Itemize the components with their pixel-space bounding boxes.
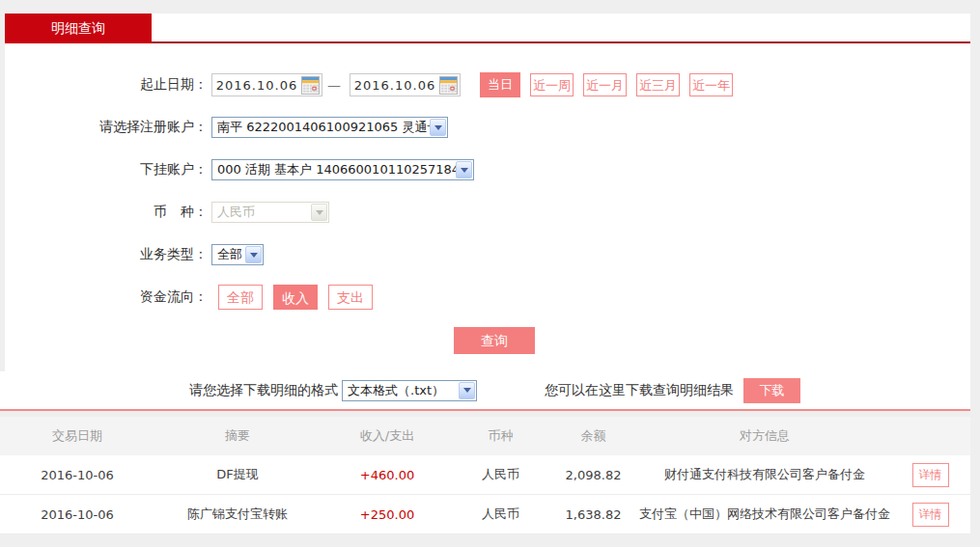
tab-detail-query-label: 明细查询 bbox=[51, 20, 105, 38]
header-summary: 摘要 bbox=[154, 427, 321, 445]
download-format-value: 文本格式（.txt） bbox=[348, 382, 444, 399]
calendar-icon[interactable] bbox=[301, 76, 320, 95]
register-account-value: 南平 6222001406100921065 灵通卡 bbox=[217, 119, 430, 136]
header-currency: 币种 bbox=[454, 427, 547, 445]
cell-actions: 详情 bbox=[890, 463, 970, 487]
chevron-down-icon[interactable] bbox=[456, 161, 472, 178]
fund-flow-label: 资金流向： bbox=[5, 288, 208, 306]
fund-flow-all-button[interactable]: 全部 bbox=[218, 285, 263, 310]
download-button[interactable]: 下载 bbox=[743, 378, 800, 403]
detail-button[interactable]: 详情 bbox=[912, 463, 949, 487]
table-row: 2016-10-06 陈广锦支付宝转账 +250.00 人民币 1,638.82… bbox=[0, 495, 970, 534]
cell-currency: 人民币 bbox=[454, 506, 547, 523]
table-header-row: 交易日期 摘要 收入/支出 币种 余额 对方信息 bbox=[0, 417, 970, 455]
chevron-down-icon[interactable] bbox=[430, 119, 446, 136]
cell-summary: 陈广锦支付宝转账 bbox=[154, 506, 321, 523]
calendar-icon[interactable] bbox=[439, 76, 458, 95]
date-range-label: 起止日期： bbox=[5, 76, 208, 94]
register-account-row: 请选择注册账户： 南平 6222001406100921065 灵通卡 bbox=[5, 115, 970, 140]
currency-select: 人民币 bbox=[211, 202, 329, 223]
cell-amount: +250.00 bbox=[321, 507, 454, 522]
header-balance: 余额 bbox=[547, 427, 639, 445]
cell-summary: DF提现 bbox=[154, 466, 321, 483]
tab-detail-query[interactable]: 明细查询 bbox=[5, 14, 152, 43]
fund-flow-row: 资金流向： 全部 收入 支出 bbox=[5, 285, 970, 310]
date-to-input[interactable]: 2016.10.06 bbox=[350, 73, 461, 96]
business-type-value: 全部 bbox=[217, 246, 242, 263]
cell-actions: 详情 bbox=[890, 503, 970, 527]
date-range-separator: — bbox=[327, 77, 341, 93]
quick-range-year-button[interactable]: 近一年 bbox=[689, 73, 733, 96]
currency-row: 币 种： 人民币 bbox=[5, 200, 970, 225]
cell-counterparty: 财付通支付科技有限公司客户备付金 bbox=[639, 465, 890, 485]
chevron-down-icon bbox=[311, 204, 327, 221]
query-button[interactable]: 查询 bbox=[454, 327, 535, 354]
fund-flow-expense-button[interactable]: 支出 bbox=[328, 285, 373, 310]
fund-flow-income-button[interactable]: 收入 bbox=[273, 285, 318, 310]
currency-value: 人民币 bbox=[217, 204, 255, 221]
header-counterparty: 对方信息 bbox=[639, 426, 890, 447]
register-account-select[interactable]: 南平 6222001406100921065 灵通卡 bbox=[211, 117, 448, 138]
date-from-input[interactable]: 2016.10.06 bbox=[211, 73, 322, 96]
result-table: 交易日期 摘要 收入/支出 币种 余额 对方信息 2016-10-06 DF提现… bbox=[0, 417, 970, 534]
cell-date: 2016-10-06 bbox=[0, 468, 154, 482]
cell-balance: 1,638.82 bbox=[547, 507, 639, 522]
quick-range-quarter-button[interactable]: 近三月 bbox=[636, 73, 680, 96]
download-hint: 您可以在这里下载查询明细结果 bbox=[545, 382, 734, 399]
chevron-down-icon[interactable] bbox=[245, 246, 262, 263]
currency-label: 币 种： bbox=[5, 204, 208, 221]
quick-range-month-button[interactable]: 近一月 bbox=[583, 73, 627, 96]
cell-balance: 2,098.82 bbox=[547, 468, 639, 482]
business-type-label: 业务类型： bbox=[5, 246, 208, 263]
download-format-label: 请您选择下载明细的格式 bbox=[189, 382, 338, 399]
download-strip: 请您选择下载明细的格式 文本格式（.txt） 您可以在这里下载查询明细结果 下载 bbox=[0, 371, 970, 411]
cell-currency: 人民币 bbox=[454, 466, 547, 483]
tab-bar: 明细查询 bbox=[5, 14, 970, 43]
date-to-value: 2016.10.06 bbox=[350, 78, 439, 93]
header-date: 交易日期 bbox=[0, 427, 154, 445]
sub-account-row: 下挂账户： 000 活期 基本户 1406600101102571848 bbox=[5, 157, 970, 182]
business-type-select[interactable]: 全部 bbox=[211, 244, 264, 265]
sub-account-value: 000 活期 基本户 1406600101102571848 bbox=[217, 161, 456, 178]
header-amount: 收入/支出 bbox=[321, 427, 454, 445]
date-from-value: 2016.10.06 bbox=[212, 78, 301, 93]
table-row: 2016-10-06 DF提现 +460.00 人民币 2,098.82 财付通… bbox=[0, 455, 970, 495]
date-range-row: 起止日期： 2016.10.06 — 2016.10.06 bbox=[5, 72, 970, 97]
sub-account-select[interactable]: 000 活期 基本户 1406600101102571848 bbox=[211, 159, 474, 180]
download-format-select[interactable]: 文本格式（.txt） bbox=[342, 380, 477, 401]
query-form-panel: 起止日期： 2016.10.06 — 2016.10.06 bbox=[5, 43, 970, 371]
quick-range-today-button[interactable]: 当日 bbox=[480, 72, 520, 97]
detail-button[interactable]: 详情 bbox=[912, 503, 949, 527]
cell-amount: +460.00 bbox=[321, 468, 454, 482]
chevron-down-icon[interactable] bbox=[459, 382, 475, 399]
sub-account-label: 下挂账户： bbox=[5, 161, 208, 178]
cell-counterparty: 支付宝（中国）网络技术有限公司客户备付金 bbox=[639, 505, 890, 525]
register-account-label: 请选择注册账户： bbox=[5, 119, 208, 136]
business-type-row: 业务类型： 全部 bbox=[5, 242, 970, 267]
cell-date: 2016-10-06 bbox=[0, 507, 154, 522]
quick-range-week-button[interactable]: 近一周 bbox=[530, 73, 574, 96]
